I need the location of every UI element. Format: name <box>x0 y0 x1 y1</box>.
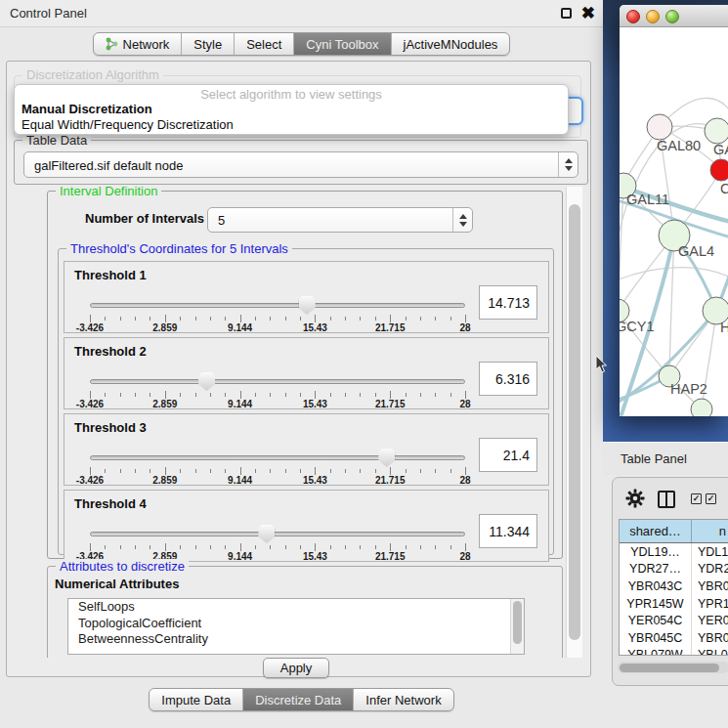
slider-thumb[interactable] <box>378 449 395 467</box>
network-canvas[interactable]: GAL80GACGAL11GAL4GCY1HHAP2 <box>620 27 728 416</box>
table-cell[interactable]: YDL1 <box>692 543 728 561</box>
table-cell[interactable]: YDR2 <box>692 561 728 578</box>
threshold-4-slider[interactable]: -3.4262.8599.14415.4321.71528 <box>90 524 465 561</box>
tab-jactivemnodules[interactable]: jActiveMNodules <box>391 33 510 55</box>
table-row[interactable]: YPR145WYPR1 <box>620 595 728 613</box>
tab-impute-data[interactable]: Impute Data <box>150 689 242 710</box>
table-row[interactable]: YBL079WYBL0 <box>620 647 728 656</box>
node-label: HAP2 <box>670 381 707 397</box>
table-cell[interactable]: YBR045C <box>620 629 692 647</box>
tick-label: -3.426 <box>76 399 104 409</box>
tick-label: 15.43 <box>303 322 327 333</box>
float-window-icon[interactable] <box>561 8 572 19</box>
slider-track[interactable] <box>90 455 465 460</box>
tab-style[interactable]: Style <box>181 33 234 55</box>
node-label: GAL4 <box>678 243 714 259</box>
number-of-intervals-label: Number of Intervals <box>85 211 204 226</box>
table-row[interactable]: YER054CYER0 <box>620 612 728 629</box>
tick-label: 15.43 <box>303 399 327 409</box>
network-node[interactable] <box>710 159 728 181</box>
table-row[interactable]: YDR27…YDR2 <box>620 561 728 578</box>
network-window-titlebar[interactable] <box>620 5 728 27</box>
zoom-traffic-light-icon[interactable] <box>665 10 679 23</box>
threshold-3-slider[interactable]: -3.4262.8599.14415.4321.71528 <box>90 448 465 485</box>
table-cell[interactable]: YER0 <box>692 612 728 629</box>
settings-scrollbar[interactable] <box>566 187 582 658</box>
option-manual-discretization[interactable]: Manual Discretization <box>21 102 152 116</box>
close-icon[interactable]: ✖ <box>581 2 595 25</box>
table-cell[interactable]: YPR145W <box>620 595 692 613</box>
column-header-shared-name[interactable]: shared… <box>620 520 692 542</box>
stepper-icon[interactable] <box>452 208 472 232</box>
table-cell[interactable]: YBR043C <box>620 578 692 595</box>
attribute-item[interactable]: SelfLoops <box>68 599 524 616</box>
number-of-intervals-combobox[interactable]: 5 <box>207 207 473 233</box>
threshold-1-slider[interactable]: -3.4262.8599.14415.4321.71528 <box>90 295 465 332</box>
threshold-4-label: Threshold 4 <box>74 496 147 511</box>
network-node[interactable] <box>691 399 712 416</box>
minimize-traffic-light-icon[interactable] <box>646 10 660 23</box>
group-label: Threshold's Coordinates for 5 Intervals <box>66 241 292 256</box>
node-label: C <box>720 181 728 196</box>
node-label: GCY1 <box>620 319 655 334</box>
threshold-3-value-field[interactable] <box>479 438 537 472</box>
column-header-name[interactable]: n <box>692 520 728 542</box>
table-row[interactable]: YBR043CYBR0 <box>620 578 728 595</box>
gear-icon[interactable] <box>625 489 645 508</box>
table-row[interactable]: YDL19…YDL1 <box>620 543 728 561</box>
table-row[interactable]: YBR045CYBR0 <box>620 629 728 647</box>
node-label: GAL11 <box>626 192 669 207</box>
slider-thumb[interactable] <box>299 296 316 315</box>
scrollbar-thumb[interactable] <box>620 664 719 672</box>
tick-label: -3.426 <box>76 322 104 333</box>
table-cell[interactable]: YBL0 <box>692 647 728 656</box>
threshold-2-label: Threshold 2 <box>74 344 147 359</box>
table-cell[interactable]: YER054C <box>620 612 692 629</box>
table-data-combobox[interactable]: galFiltered.sif default node <box>23 151 578 178</box>
algorithm-dropdown-popup: Select algorithm to view settings Manual… <box>14 84 569 135</box>
list-scrollbar[interactable] <box>510 599 524 654</box>
apply-button[interactable]: Apply <box>263 658 329 678</box>
table-cell[interactable]: YBL079W <box>620 647 692 656</box>
slider-track[interactable] <box>90 532 465 536</box>
tab-discretize-data[interactable]: Discretize Data <box>242 689 353 710</box>
table-cell[interactable]: YPR1 <box>692 595 728 613</box>
slider-track[interactable] <box>90 303 465 308</box>
tab-select[interactable]: Select <box>234 33 293 55</box>
table-horizontal-scrollbar[interactable] <box>618 662 728 673</box>
network-node[interactable] <box>647 114 672 140</box>
table-cell[interactable]: YBR0 <box>692 629 728 647</box>
tick-label: 21.715 <box>375 399 406 409</box>
close-traffic-light-icon[interactable] <box>626 10 640 23</box>
checkbox-icon[interactable]: ✓ <box>706 493 716 504</box>
network-view-window[interactable]: GAL80GACGAL11GAL4GCY1HHAP2 <box>620 5 728 416</box>
columns-icon[interactable] <box>658 491 675 508</box>
attribute-item[interactable]: TopologicalCoefficient <box>68 616 524 632</box>
attribute-item[interactable]: BetweennessCentrality <box>68 631 524 648</box>
slider-tick-labels: -3.4262.8599.14415.4321.71528 <box>90 475 465 487</box>
tick-label: 9.144 <box>228 551 252 562</box>
option-equal-width-frequency[interactable]: Equal Width/Frequency Discretization <box>21 117 234 132</box>
slider-ticks <box>90 543 465 551</box>
slider-thumb[interactable] <box>258 525 275 543</box>
network-node[interactable] <box>705 118 728 144</box>
table-cell[interactable]: YDR27… <box>620 561 692 578</box>
slider-thumb[interactable] <box>198 372 215 391</box>
scrollbar-thumb[interactable] <box>569 204 580 640</box>
tab-cyni-toolbox[interactable]: Cyni Toolbox <box>293 33 390 55</box>
table-cell[interactable]: YDL19… <box>620 543 692 561</box>
table-panel: ✓ ✓ shared… n YDL19…YDL1YDR27…YDR2YBR043… <box>612 477 728 686</box>
checkbox-icon[interactable]: ✓ <box>691 493 702 504</box>
slider-ticks <box>90 467 465 475</box>
tick-label: 2.859 <box>152 322 177 333</box>
threshold-2-value-field[interactable] <box>479 362 537 396</box>
tab-network[interactable]: Network <box>94 33 182 55</box>
tab-infer-network[interactable]: Infer Network <box>353 689 452 710</box>
threshold-1-value-field[interactable] <box>479 285 537 320</box>
threshold-2-slider[interactable]: -3.4262.8599.14415.4321.71528 <box>90 371 465 408</box>
slider-track[interactable] <box>90 379 465 384</box>
threshold-4-value-field[interactable] <box>479 514 537 548</box>
stepper-icon[interactable] <box>558 152 578 177</box>
numerical-attributes-list[interactable]: SelfLoopsTopologicalCoefficientBetweenne… <box>67 598 525 655</box>
table-cell[interactable]: YBR0 <box>692 578 728 595</box>
